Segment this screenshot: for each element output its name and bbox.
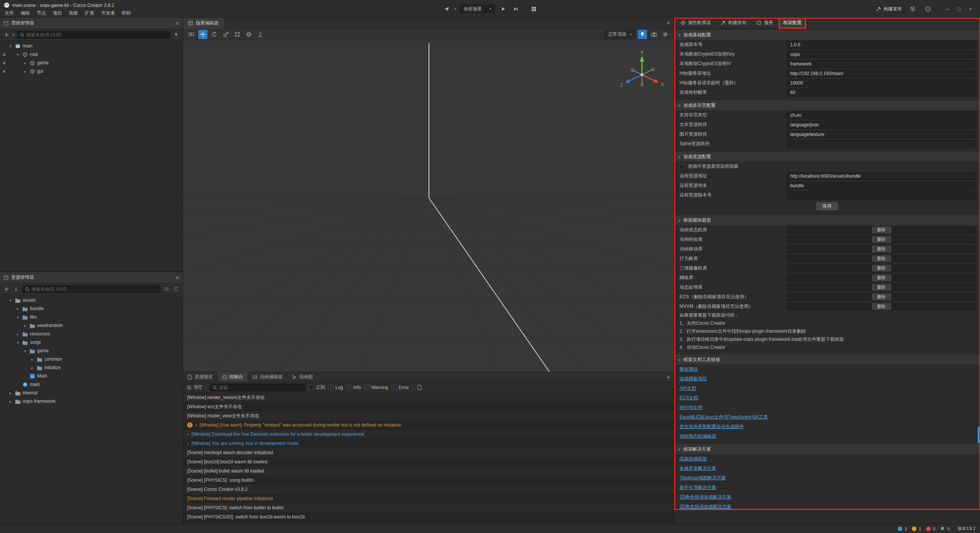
- chevron-down-icon[interactable]: ▾: [8, 298, 13, 302]
- tab-scene-editor[interactable]: 场景编辑器: [183, 18, 224, 29]
- tab-inspector[interactable]: 属性检查器: [676, 18, 715, 28]
- remote-load-checkbox-row[interactable]: 游戏中资源是否远程加载: [674, 162, 980, 171]
- panel-menu-icon[interactable]: ≡: [667, 20, 674, 26]
- assets-search-input[interactable]: [31, 286, 158, 292]
- doc-link[interactable]: ECS文档: [679, 395, 698, 401]
- tree-item-assets[interactable]: ▾assets: [0, 296, 183, 304]
- lock-icon[interactable]: [2, 61, 6, 65]
- log-row[interactable]: [Scene] [box2d]:box2d wasm lib loaded.: [183, 457, 674, 466]
- delete-button[interactable]: 删除: [872, 294, 891, 300]
- scale-tool-button[interactable]: [221, 30, 230, 39]
- doc-link[interactable]: API文档: [679, 385, 696, 392]
- tree-item-seedrandom[interactable]: ▸seedrandom: [0, 321, 183, 330]
- chevron-right-icon[interactable]: ▸: [16, 332, 20, 336]
- log-row[interactable]: [Scene] Forward render pipeline initiali…: [183, 494, 674, 503]
- hierarchy-search[interactable]: [17, 31, 170, 39]
- chevron-right-icon[interactable]: ›: [187, 432, 189, 437]
- log-row[interactable]: [Scene] [PHYSICS]: using builtin.: [183, 476, 674, 485]
- tree-item-common[interactable]: ▸common: [0, 355, 183, 363]
- tree-item-libs[interactable]: ▾libs: [0, 313, 183, 321]
- doc-link[interactable]: Excel格式转Json文件与TypeScript代码工具: [679, 414, 768, 420]
- minimize-button[interactable]: ─: [942, 3, 953, 15]
- log-row[interactable]: ›[Window] You are running Vue in develop…: [183, 439, 674, 448]
- console-tab-0[interactable]: 资源预览: [183, 372, 218, 382]
- doc-link[interactable]: 战旗游戏框架: [679, 456, 707, 462]
- doc-link[interactable]: 教程项目: [679, 366, 698, 373]
- build-publish-button[interactable]: 构建发布: [876, 6, 902, 12]
- light-toggle-button[interactable]: [638, 30, 647, 39]
- add-asset-button[interactable]: [3, 285, 10, 293]
- delete-button[interactable]: 删除: [872, 227, 891, 233]
- chevron-down-icon[interactable]: ▾: [8, 44, 13, 48]
- chevron-right-icon[interactable]: ›: [195, 422, 197, 427]
- chevron-down-icon[interactable]: ▾: [16, 52, 20, 57]
- tree-item-script[interactable]: ▾script: [0, 338, 183, 347]
- chevron-right-icon[interactable]: ▸: [8, 399, 13, 404]
- regex-checkbox[interactable]: 正则: [309, 384, 325, 391]
- delete-button[interactable]: 删除: [872, 275, 891, 281]
- tree-item-resources[interactable]: ▸resources: [0, 330, 183, 338]
- property-input[interactable]: [787, 111, 976, 119]
- refresh-assets-icon[interactable]: [173, 285, 180, 293]
- tree-item-internal[interactable]: ▸internal: [0, 389, 183, 397]
- property-input[interactable]: [787, 89, 976, 96]
- property-input[interactable]: [787, 140, 976, 148]
- menu-item-4[interactable]: 面板: [65, 10, 82, 16]
- menu-item-5[interactable]: 扩展: [82, 10, 98, 16]
- tab-build[interactable]: 构建发布: [717, 18, 751, 28]
- doc-link[interactable]: 原生包热更新配置自动生成插件: [679, 423, 744, 430]
- menu-item-3[interactable]: 项目: [49, 10, 65, 16]
- scrollbar-thumb[interactable]: [978, 427, 979, 443]
- console-tab-3[interactable]: 动画图: [287, 372, 318, 382]
- log-row[interactable]: [Scene] [PHYSICS]: switch from builtin t…: [183, 503, 674, 512]
- chevron-right-icon[interactable]: ›: [187, 441, 189, 446]
- property-input[interactable]: [787, 70, 976, 77]
- coordinate-space-toggle[interactable]: [244, 30, 253, 39]
- bell-icon[interactable]: [940, 526, 945, 531]
- chevron-down-icon[interactable]: ▾: [16, 340, 20, 345]
- chevron-right-icon[interactable]: ▸: [30, 357, 34, 361]
- log-row[interactable]: [Scene] meshopt wasm decoder initialized: [183, 448, 674, 457]
- scene-select[interactable]: 当前场景 ▾: [460, 5, 495, 13]
- menu-item-7[interactable]: 帮助: [118, 10, 134, 16]
- property-input[interactable]: [787, 51, 976, 58]
- log-row[interactable]: [Window] model_view文件夹不存在: [183, 411, 674, 420]
- section-header[interactable]: ∨游戏多语言配置: [674, 100, 980, 110]
- console-search-input[interactable]: [219, 385, 303, 390]
- property-input[interactable]: [787, 79, 976, 87]
- section-header[interactable]: ∨框架解决方案: [674, 444, 980, 454]
- console-search[interactable]: [210, 384, 305, 391]
- console-tab-2[interactable]: 动画编辑器: [248, 372, 287, 382]
- hierarchy-search-input[interactable]: [26, 32, 167, 38]
- save-button[interactable]: 保存: [817, 202, 838, 210]
- camera-settings-button[interactable]: [649, 30, 658, 39]
- filter-info-checkbox[interactable]: ✓Info: [346, 385, 361, 390]
- log-count-icon[interactable]: [898, 526, 902, 531]
- add-node-button[interactable]: [3, 31, 10, 39]
- menu-item-0[interactable]: 文件: [1, 10, 17, 16]
- log-row[interactable]: [Scene] Cocos Creator v3.8.2: [183, 485, 674, 494]
- filter-icon[interactable]: [173, 31, 180, 39]
- tree-item-main[interactable]: ▾main: [0, 42, 183, 50]
- doc-link[interactable]: 新手引导解决方案: [679, 484, 716, 491]
- section-header[interactable]: ∨框架模块裁剪: [674, 215, 980, 225]
- pivot-toggle[interactable]: [256, 30, 265, 39]
- checkbox-unchecked[interactable]: [679, 164, 684, 169]
- lock-icon[interactable]: [2, 52, 6, 56]
- import-asset-icon[interactable]: [13, 285, 20, 293]
- log-row[interactable]: [Scene] [bullet]:bullet wasm lib loaded.: [183, 466, 674, 476]
- panel-menu-icon[interactable]: ≡: [176, 20, 179, 26]
- panel-menu-icon[interactable]: ≡: [667, 372, 674, 382]
- chevron-right-icon[interactable]: ▸: [8, 391, 13, 395]
- orientation-gizmo[interactable]: Y X Z: [617, 51, 667, 97]
- chevron-down-icon[interactable]: ▾: [16, 315, 20, 319]
- package-icon[interactable]: [908, 4, 917, 13]
- menu-item-1[interactable]: 编辑: [17, 10, 33, 16]
- section-header[interactable]: ∨游戏基础配置: [674, 30, 980, 40]
- delete-button[interactable]: 删除: [872, 284, 891, 291]
- panel-menu-icon[interactable]: ≡: [176, 275, 179, 281]
- tab-service[interactable]: 服务: [752, 18, 777, 28]
- section-header[interactable]: ∨框架文档工具链接: [674, 355, 980, 365]
- property-input[interactable]: [787, 191, 976, 199]
- log-row[interactable]: [Scene] [PHYSICS2D]: switch from box2d-w…: [183, 512, 674, 522]
